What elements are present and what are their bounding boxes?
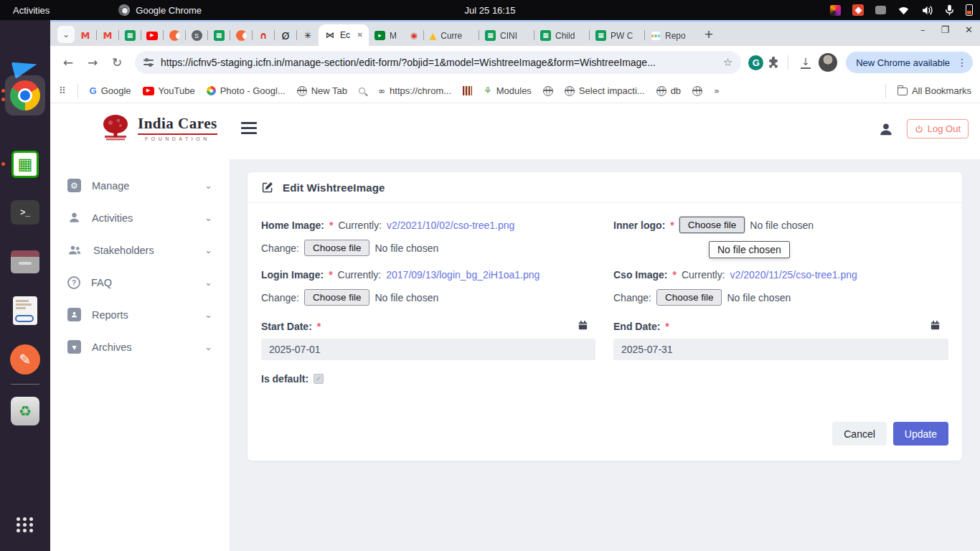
volume-icon[interactable] — [921, 5, 933, 16]
bookmarks-overflow-button[interactable]: » — [714, 86, 720, 95]
profile-avatar[interactable] — [819, 53, 837, 72]
calendar-icon[interactable] — [578, 320, 588, 331]
restore-icon[interactable]: ❐ — [941, 25, 949, 34]
dock-postman-icon[interactable]: ✎ — [8, 342, 42, 377]
focused-app-indicator[interactable]: Google Chrome — [118, 4, 202, 16]
bookmark-newtab[interactable]: New Tab — [297, 85, 347, 96]
site-settings-icon[interactable] — [143, 59, 154, 66]
forward-button[interactable]: → — [82, 52, 103, 73]
bookmark-globe-2[interactable] — [692, 86, 702, 96]
login-image-link[interactable]: 2017/09/13/login_bg_2iH1oa1.png — [386, 269, 540, 281]
active-tab[interactable]: ⋈ Ec ✕ — [319, 24, 369, 46]
dock-files-icon[interactable] — [8, 245, 42, 279]
tab-sheet-child[interactable]: ▦ Child — [534, 25, 589, 46]
app-indicator-cube-icon[interactable] — [830, 5, 841, 16]
calendar-icon[interactable] — [930, 320, 941, 331]
pinned-tab-orange[interactable] — [164, 25, 185, 46]
pinned-tab-youtube[interactable]: ▶ — [141, 25, 163, 46]
tab-close-icon[interactable]: ✕ — [357, 32, 363, 39]
bookmarks-divider — [885, 84, 886, 98]
bookmark-modules[interactable]: ⚘Modules — [484, 85, 532, 96]
dock-terminal-icon[interactable]: >_ — [8, 195, 42, 230]
home-image-choose-file-button[interactable]: Choose file — [304, 240, 370, 256]
tab-sheet-cini[interactable]: ▦ CINI — [479, 25, 534, 46]
downloads-button[interactable]: ↓ — [796, 52, 816, 72]
sidebar-item-faq[interactable]: ? FAQ ⌄ — [50, 266, 230, 298]
bookmark-star-icon[interactable]: ☆ — [723, 57, 732, 68]
login-image-choose-file-button[interactable]: Choose file — [304, 289, 370, 306]
update-button[interactable]: Update — [893, 422, 948, 446]
microphone-icon[interactable] — [945, 4, 954, 16]
pinned-tab-sheets-2[interactable]: ▦ — [208, 25, 230, 46]
dock-chrome-icon[interactable] — [8, 78, 42, 113]
activities-button[interactable]: Activities — [0, 0, 62, 20]
url-text[interactable]: https://icfnv5-staging.icfn.in/manage-se… — [161, 57, 716, 68]
reload-button[interactable]: ↻ — [106, 52, 128, 73]
tab-search-button[interactable]: ⌄ — [57, 26, 75, 43]
tab-drive[interactable]: ▲ Curre — [424, 25, 479, 46]
home-image-link[interactable]: v2/2021/10/02/cso-tree1.png — [387, 220, 514, 231]
user-icon[interactable] — [878, 121, 894, 137]
tab-sheet-pw[interactable]: ▦ PW C — [590, 25, 644, 46]
show-applications-icon[interactable] — [17, 517, 34, 532]
bookmark-select[interactable]: Select impacti... — [565, 85, 645, 96]
apps-grid-icon[interactable]: ⠿ — [59, 86, 66, 95]
sidebar-item-reports[interactable]: Reports ⌄ — [50, 298, 230, 331]
wifi-icon[interactable] — [897, 6, 910, 15]
screenshare-indicator-icon[interactable] — [852, 4, 864, 16]
inner-logo-choose-file-button[interactable]: Choose file — [679, 217, 745, 233]
id-badge-icon — [67, 308, 81, 321]
no-file-chosen-text: No file chosen — [750, 220, 814, 231]
pinned-tab-dark[interactable]: S — [186, 25, 207, 46]
bookmark-globe-1[interactable] — [543, 86, 553, 96]
pinned-tab-incognito[interactable]: Ø — [275, 25, 296, 46]
pinned-tab-orange-2[interactable] — [230, 25, 252, 46]
end-date-input[interactable] — [613, 339, 948, 360]
dock-trash-icon[interactable]: ♻ — [8, 394, 42, 428]
bookmark-db[interactable]: db — [656, 85, 681, 96]
cso-image-choose-file-button[interactable]: Choose file — [656, 289, 722, 306]
minimize-icon[interactable]: – — [920, 25, 925, 34]
dock-document-viewer-icon[interactable] — [8, 293, 42, 328]
tab-meet[interactable]: ▸ M ◉ — [369, 25, 423, 46]
sidebar-item-stakeholders[interactable]: Stakeholders ⌄ — [50, 234, 230, 266]
dock-libreoffice-calc-icon[interactable]: ▦ — [8, 147, 42, 182]
bookmark-search[interactable] — [359, 88, 367, 94]
sheets-icon: ▦ — [540, 30, 551, 41]
back-button[interactable]: ← — [57, 52, 79, 73]
pinned-tab-gmail-2[interactable]: M — [97, 25, 118, 46]
sidebar-item-activities[interactable]: Activities ⌄ — [50, 202, 230, 234]
home-image-change-row: Change: Choose file No file chosen — [261, 240, 438, 256]
address-bar[interactable]: https://icfnv5-staging.icfn.in/manage-se… — [135, 51, 741, 74]
pinned-tab-gmail[interactable]: M — [75, 25, 96, 46]
chrome-update-pill[interactable]: New Chrome available ⋮ — [846, 52, 973, 73]
bookmark-chrom[interactable]: ∞https://chrom... — [378, 85, 451, 96]
cancel-button[interactable]: Cancel — [832, 422, 887, 446]
sidebar-toggle-hamburger[interactable] — [241, 122, 257, 134]
cso-image-link[interactable]: v2/2020/11/25/cso-tree1.png — [730, 269, 857, 281]
sidebar-item-manage[interactable]: ⚙ Manage ⌄ — [50, 169, 230, 202]
bookmark-photos[interactable]: Photo - Googl... — [207, 85, 286, 96]
new-tab-button[interactable]: + — [699, 25, 718, 44]
change-label: Change: — [261, 242, 299, 254]
all-bookmarks-button[interactable]: All Bookmarks — [897, 85, 971, 96]
extensions-puzzle-icon[interactable] — [766, 55, 781, 70]
battery-icon[interactable] — [966, 4, 973, 16]
bookmark-youtube[interactable]: ▶YouTube — [143, 85, 195, 96]
chat-indicator-icon[interactable] — [875, 6, 886, 14]
sidebar-item-archives[interactable]: ▾ Archives ⌄ — [50, 331, 230, 363]
brand-logo[interactable]: India Cares Foundation — [99, 113, 217, 142]
pinned-tab-arch[interactable]: ∩ — [253, 25, 274, 46]
is-default-checkbox[interactable]: ✓ — [314, 374, 324, 384]
grammarly-extension-icon[interactable]: G — [748, 55, 763, 70]
close-icon[interactable]: ✕ — [965, 25, 973, 34]
tab-repo[interactable]: Repo — [645, 25, 699, 46]
start-date-input[interactable] — [261, 339, 595, 360]
logout-button[interactable]: Log Out — [907, 119, 969, 138]
bookmark-misc[interactable] — [463, 86, 472, 95]
menu-kebab-icon[interactable]: ⋮ — [956, 57, 969, 67]
bookmark-google[interactable]: GGoogle — [90, 85, 131, 96]
pinned-tab-sheets[interactable]: ▦ — [119, 25, 141, 46]
pinned-tab-openai[interactable]: ✳ — [297, 25, 319, 46]
sheets-icon: ▦ — [485, 30, 496, 41]
